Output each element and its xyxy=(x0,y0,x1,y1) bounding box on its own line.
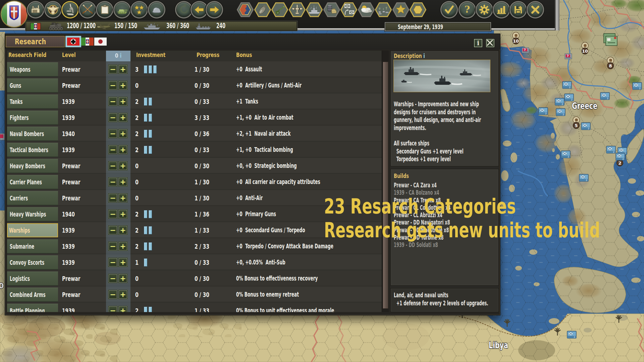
decrease-investment-button[interactable]: − xyxy=(108,306,117,312)
increase-investment-button[interactable]: + xyxy=(118,258,127,267)
research-field-name[interactable]: Convoy Escorts xyxy=(7,255,58,269)
save-button[interactable] xyxy=(511,2,526,17)
weather-button[interactable] xyxy=(358,2,375,17)
greek-unit-marker[interactable]: 2 xyxy=(616,153,625,161)
units-button[interactable] xyxy=(80,2,95,17)
greek-unit-marker[interactable]: 2 xyxy=(606,146,615,154)
end-turn-button[interactable] xyxy=(442,2,457,17)
research-field-name[interactable]: Heavy Bombers xyxy=(7,159,58,173)
research-field-name[interactable]: Logistics xyxy=(7,272,58,286)
table-scrollbar-thumb[interactable] xyxy=(383,62,388,309)
increase-investment-button[interactable]: + xyxy=(118,209,127,219)
research-field-name[interactable]: Weapons xyxy=(7,62,58,76)
increase-investment-button[interactable]: + xyxy=(118,113,127,122)
greek-unit-marker[interactable]: 2 xyxy=(539,108,548,115)
research-row[interactable]: Logistics Prewar − + 0 0 / 30 0% Bonus t… xyxy=(7,270,386,287)
statistics-button[interactable] xyxy=(494,2,509,17)
objectives-button[interactable] xyxy=(392,2,409,17)
greek-unit-marker[interactable]: 2 xyxy=(561,151,570,158)
research-field-name[interactable]: Combined Arms xyxy=(7,288,58,302)
partisan-marker[interactable]: 10 xyxy=(582,42,588,54)
research-row[interactable]: Tactical Bombers 1939 − + 2 0 / 33 +1, +… xyxy=(7,142,386,158)
research-row[interactable]: Battle Planning 1939 − + 2 1 / 33 0% Bon… xyxy=(7,303,386,312)
hex-control-button[interactable] xyxy=(410,2,426,17)
decrease-investment-button[interactable]: − xyxy=(108,242,117,251)
research-row[interactable]: Carrier Planes Prewar − + 0 1 / 30 +0 Al… xyxy=(7,174,386,190)
greek-unit-marker[interactable]: 2 xyxy=(562,81,572,89)
increase-investment-button[interactable]: + xyxy=(118,274,127,283)
next-button[interactable] xyxy=(207,2,222,17)
increase-investment-button[interactable]: + xyxy=(118,81,127,90)
research-row[interactable]: Warships 1939 − + 2 1 / 33 +0 Secondard … xyxy=(7,222,386,238)
greek-unit-marker[interactable]: 2 xyxy=(565,94,574,101)
research-row[interactable]: Weapons Prewar − + 3 1 / 30 +0 Assault xyxy=(7,61,386,77)
research-field-name[interactable]: Warships xyxy=(7,223,58,237)
research-field-name[interactable]: Tactical Bombers xyxy=(7,143,58,157)
research-field-name[interactable]: Tanks xyxy=(7,95,58,109)
decrease-investment-button[interactable]: − xyxy=(108,177,117,186)
supplies-button[interactable] xyxy=(323,2,340,17)
greek-unit-marker[interactable]: 2 xyxy=(579,174,588,182)
germany-flag-tab[interactable] xyxy=(67,38,79,46)
japan-flag-tab[interactable] xyxy=(94,38,107,46)
greek-unit-marker[interactable]: 2 xyxy=(555,98,564,106)
research-row[interactable]: Guns Prewar − + 0 0 / 30 +0 Artillery / … xyxy=(7,77,386,94)
partisan-marker[interactable]: 5 xyxy=(573,117,580,129)
decrease-investment-button[interactable]: − xyxy=(108,209,117,219)
research-row[interactable]: Carriers Prewar − + 0 1 / 30 +0 Anti-Air xyxy=(7,190,386,206)
greek-unit-marker[interactable]: 2 xyxy=(581,123,590,130)
decrease-investment-button[interactable]: − xyxy=(108,258,117,267)
decrease-investment-button[interactable]: − xyxy=(108,145,117,154)
research-field-name[interactable]: Fighters xyxy=(7,111,58,125)
increase-investment-button[interactable]: + xyxy=(118,193,127,202)
increase-investment-button[interactable]: + xyxy=(118,129,127,138)
increase-investment-button[interactable]: + xyxy=(118,226,127,235)
increase-investment-button[interactable]: + xyxy=(118,290,127,299)
research-row[interactable]: Convoy Escorts 1939 − + 1 0 / 33 +0, +0.… xyxy=(7,254,386,270)
research-row[interactable]: Submarine 1939 − + 2 2 / 33 +0 Torpedo /… xyxy=(7,238,386,254)
naval-mission-button[interactable] xyxy=(306,2,323,17)
research-row[interactable]: Tanks 1939 − + 2 0 / 33 +1 Tanks xyxy=(7,94,386,110)
increase-investment-button[interactable]: + xyxy=(118,145,127,154)
greek-unit-marker[interactable]: 2 xyxy=(556,109,565,116)
terrain-info-button[interactable] xyxy=(237,2,254,17)
italy-flag-tab[interactable] xyxy=(81,38,94,46)
commanders-button[interactable] xyxy=(132,2,147,17)
increase-investment-button[interactable]: + xyxy=(118,97,127,106)
increase-investment-button[interactable]: + xyxy=(118,242,127,251)
decrease-investment-button[interactable]: − xyxy=(108,193,117,202)
decrease-investment-button[interactable]: − xyxy=(108,161,117,170)
decrease-investment-button[interactable]: − xyxy=(108,226,117,235)
research-field-name[interactable]: Heavy Warships xyxy=(7,207,58,221)
redeploy-button[interactable] xyxy=(340,2,357,17)
land-units-button[interactable] xyxy=(115,2,129,17)
green-army-unit[interactable] xyxy=(604,34,617,46)
partisan-marker[interactable]: 10 xyxy=(513,32,519,44)
increase-investment-button[interactable]: + xyxy=(118,65,127,74)
partisan-marker[interactable]: 8 xyxy=(607,57,614,69)
research-row[interactable]: Fighters 1939 − + 2 3 / 33 +1, +0 Air to… xyxy=(7,110,386,126)
greek-unit-marker[interactable]: 2 xyxy=(633,82,642,90)
research-field-name[interactable]: Carrier Planes xyxy=(7,175,58,189)
close-button[interactable] xyxy=(486,39,495,48)
greek-unit-marker[interactable]: 2 xyxy=(600,93,609,100)
amphibious-button[interactable] xyxy=(375,2,392,17)
decrease-investment-button[interactable]: − xyxy=(108,274,117,283)
air-mission-button[interactable] xyxy=(289,2,306,17)
production-button[interactable] xyxy=(28,2,43,17)
decrease-investment-button[interactable]: − xyxy=(108,113,117,122)
decrease-investment-button[interactable]: − xyxy=(108,97,117,106)
research-row[interactable]: Heavy Bombers Prewar − + 0 0 / 30 +0, +0… xyxy=(7,158,386,174)
research-field-name[interactable]: Guns xyxy=(7,78,58,93)
exit-button[interactable] xyxy=(528,2,543,17)
help-button[interactable]: ? xyxy=(460,2,475,17)
increase-investment-button[interactable]: + xyxy=(118,161,127,170)
research-row[interactable]: Combined Arms Prewar − + 0 0 / 30 0% Bon… xyxy=(7,287,386,303)
research-row[interactable]: Heavy Warships 1940 − + 2 1 / 36 +0 Prim… xyxy=(7,206,386,222)
increase-investment-button[interactable]: + xyxy=(118,306,127,312)
decrease-investment-button[interactable]: − xyxy=(108,65,117,74)
info-button[interactable]: i xyxy=(474,39,483,48)
greek-unit-marker[interactable]: 2 xyxy=(567,331,576,339)
artillery-button[interactable] xyxy=(271,2,288,17)
decrease-investment-button[interactable]: − xyxy=(108,129,117,138)
